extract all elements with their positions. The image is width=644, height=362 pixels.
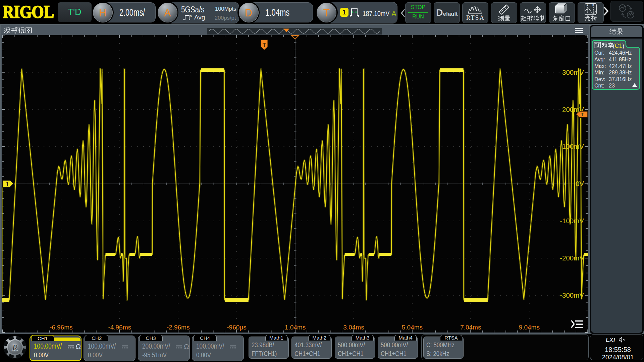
svg-text:100mV: 100mV [562, 142, 584, 150]
svg-text:1.04ms: 1.04ms [285, 324, 306, 331]
svg-text:0V: 0V [576, 180, 584, 187]
svg-text:-300mV: -300mV [560, 291, 584, 299]
svg-text:-960µs: -960µs [227, 324, 246, 331]
svg-text:9.04ms: 9.04ms [519, 324, 540, 331]
svg-text:T: T [581, 112, 584, 117]
svg-text:3.04ms: 3.04ms [343, 324, 364, 331]
svg-text:-2.96ms: -2.96ms [167, 324, 190, 331]
svg-text:R: R [11, 342, 18, 353]
svg-text:-200mV: -200mV [560, 254, 584, 262]
svg-text:-4.96ms: -4.96ms [108, 324, 131, 331]
svg-text:-100mV: -100mV [560, 217, 584, 225]
svg-text:1: 1 [6, 181, 9, 188]
svg-text:7.04ms: 7.04ms [460, 324, 481, 331]
svg-text:-6.96ms: -6.96ms [50, 324, 73, 331]
svg-text:5.04ms: 5.04ms [402, 324, 423, 331]
